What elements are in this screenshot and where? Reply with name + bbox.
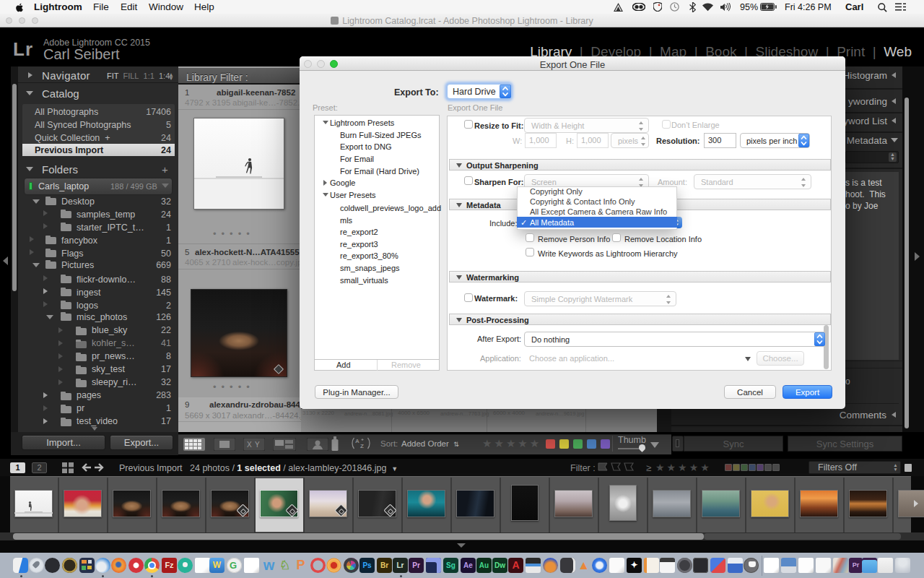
svg-text:A: A — [355, 438, 359, 444]
svg-text:Z: Z — [360, 443, 364, 449]
svg-text:X: X — [247, 441, 252, 449]
svg-text:Y: Y — [255, 441, 260, 449]
